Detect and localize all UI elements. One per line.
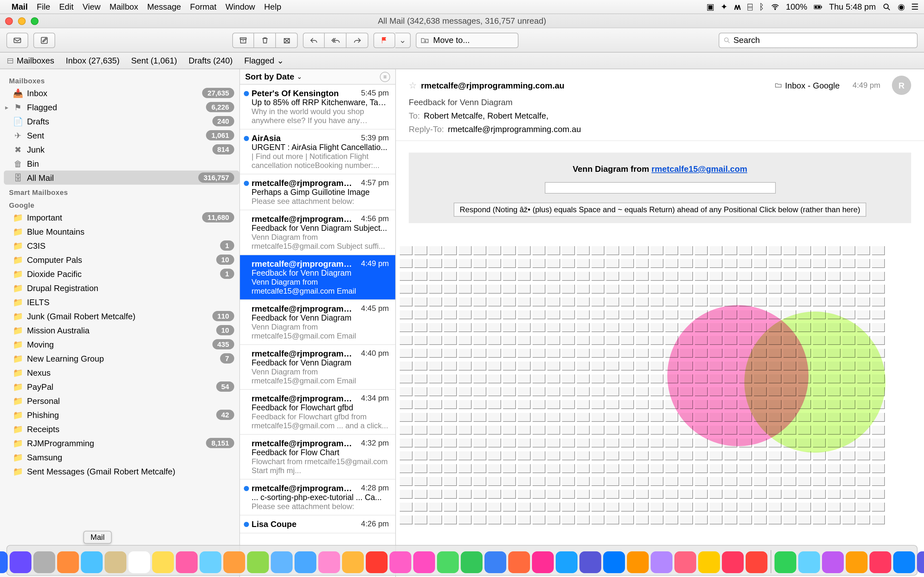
sidebar-item-junk[interactable]: ✖Junk814: [4, 142, 239, 156]
window-zoom-button[interactable]: [31, 17, 39, 25]
wifi-icon[interactable]: [771, 2, 780, 11]
junk-button[interactable]: [276, 32, 298, 48]
battery-percent[interactable]: 100%: [786, 2, 808, 11]
app-menu[interactable]: Mail: [11, 2, 28, 11]
compose-button[interactable]: [33, 32, 55, 48]
dock-app-icon[interactable]: [9, 551, 31, 573]
window-minimize-button[interactable]: [18, 17, 26, 25]
sidebar-item-flagged[interactable]: ▸⚑Flagged6,226: [4, 100, 239, 114]
airplay-icon[interactable]: ⌸: [748, 2, 753, 11]
sidebar-item-new-learning-group[interactable]: 📁New Learning Group7: [4, 351, 239, 366]
siri-icon[interactable]: ◉: [898, 2, 905, 11]
sidebar-item-c3is[interactable]: 📁C3IS1: [4, 239, 239, 253]
sidebar-item-phishing[interactable]: 📁Phishing42: [4, 408, 239, 422]
clock[interactable]: Thu 5:48 pm: [829, 2, 876, 11]
dock-app-icon[interactable]: [223, 551, 245, 573]
dock-app-icon[interactable]: [294, 551, 316, 573]
dock-app-icon[interactable]: [774, 551, 796, 573]
sidebar-item-paypal[interactable]: 📁PayPal54: [4, 380, 239, 394]
dock-app-icon[interactable]: [33, 551, 55, 573]
dock-app-icon[interactable]: [318, 551, 340, 573]
dock-app-icon[interactable]: [745, 551, 767, 573]
flag-button[interactable]: [373, 32, 395, 48]
menu-view[interactable]: View: [82, 2, 100, 11]
fav-inbox[interactable]: Inbox (27,635): [66, 56, 120, 65]
forward-button[interactable]: [347, 32, 368, 48]
filter-button[interactable]: ≡: [380, 71, 390, 82]
message-row[interactable]: rmetcalfe@rjmprogrammi...4:57 pmPerhaps …: [240, 174, 395, 210]
sidebar-item-important[interactable]: 📁Important11,680: [4, 210, 239, 224]
message-row[interactable]: rmetcalfe@rjmprogrammi...4:40 pmFeedback…: [240, 345, 395, 390]
dock-app-icon[interactable]: [199, 551, 221, 573]
dock-app-icon[interactable]: [460, 551, 482, 573]
dock-app-icon[interactable]: [627, 551, 648, 573]
delete-button[interactable]: [254, 32, 276, 48]
dock-app-icon[interactable]: [650, 551, 672, 573]
spotlight-icon[interactable]: [882, 2, 891, 11]
menu-extra-m-icon[interactable]: ʍ: [734, 2, 741, 11]
sidebar-item-inbox[interactable]: 📥Inbox27,635: [4, 86, 239, 100]
message-row[interactable]: Peter's Of Kensington5:45 pmUp to 85% of…: [240, 85, 395, 129]
sidebar-item-sent[interactable]: ✈Sent1,061: [4, 128, 239, 142]
message-row[interactable]: rmetcalfe@rjmprogrammi...4:45 pmFeedback…: [240, 300, 395, 345]
sort-header[interactable]: Sort by Date⌄ ≡: [240, 69, 395, 85]
dock-app-icon[interactable]: [365, 551, 387, 573]
dock-app-icon[interactable]: [822, 551, 843, 573]
sidebar-item-samsung[interactable]: 📁Samsung: [4, 450, 239, 464]
sidebar-item-nexus[interactable]: 📁Nexus: [4, 366, 239, 380]
dock-app-icon[interactable]: [270, 551, 292, 573]
bluetooth-icon[interactable]: ᛒ: [759, 2, 764, 11]
venn-grid[interactable]: [396, 243, 924, 526]
fav-drafts[interactable]: Drafts (240): [189, 56, 233, 65]
dock-app-icon[interactable]: [104, 551, 126, 573]
sidebar-item-receipts[interactable]: 📁Receipts: [4, 422, 239, 436]
dock-app-icon[interactable]: [0, 551, 7, 573]
facetime-icon[interactable]: ▣: [706, 2, 714, 11]
sidebar-item-drupal-registration[interactable]: 📁Drupal Registration: [4, 281, 239, 295]
sidebar-item-all-mail[interactable]: 🗄All Mail316,757: [4, 171, 239, 185]
dock-app-icon[interactable]: [152, 551, 174, 573]
dock-app-icon[interactable]: [57, 551, 79, 573]
fav-flagged[interactable]: Flagged ⌄: [244, 56, 284, 65]
menu-extra-icon[interactable]: ✦: [720, 2, 728, 11]
sidebar-item-blue-mountains[interactable]: 📁Blue Mountains: [4, 224, 239, 239]
message-row[interactable]: rmetcalfe@rjmprogrammi...4:34 pmFeedback…: [240, 390, 395, 435]
menu-help[interactable]: Help: [264, 2, 281, 11]
flag-menu-button[interactable]: ⌄: [395, 32, 411, 48]
menu-mailbox[interactable]: Mailbox: [110, 2, 138, 11]
dock-app-icon[interactable]: [81, 551, 102, 573]
window-close-button[interactable]: [5, 17, 13, 25]
star-icon[interactable]: ☆: [409, 80, 417, 90]
message-row[interactable]: rmetcalfe@rjmprogrammi...4:28 pm... c-so…: [240, 480, 395, 516]
dock-app-icon[interactable]: [176, 551, 197, 573]
sidebar-item-drafts[interactable]: 📄Drafts240: [4, 114, 239, 128]
sidebar-item-mission-australia[interactable]: 📁Mission Australia10: [4, 323, 239, 337]
respond-button[interactable]: Respond (Noting âž• (plus) equals Space …: [454, 203, 866, 217]
sidebar-item-moving[interactable]: 📁Moving435: [4, 337, 239, 351]
notification-center-icon[interactable]: ☰: [911, 2, 919, 11]
reader-location[interactable]: Inbox - Google: [775, 81, 840, 90]
archive-button[interactable]: [232, 32, 254, 48]
dock-app-icon[interactable]: [247, 551, 268, 573]
dock-app-icon[interactable]: [917, 551, 924, 573]
sidebar-item-rjmprogramming[interactable]: 📁RJMProgramming8,151: [4, 436, 239, 450]
move-to-field[interactable]: Move to...: [416, 32, 519, 48]
dock-app-icon[interactable]: [437, 551, 459, 573]
menu-message[interactable]: Message: [147, 2, 181, 11]
sidebar-item-ielts[interactable]: 📁IELTS: [4, 295, 239, 309]
dock-app-icon[interactable]: [845, 551, 867, 573]
dock-app-icon[interactable]: [698, 551, 720, 573]
message-row[interactable]: rmetcalfe@rjmprogrammi...4:32 pmFeedback…: [240, 435, 395, 480]
dock-app-icon[interactable]: [556, 551, 577, 573]
dock-app-icon[interactable]: [893, 551, 915, 573]
sidebar-item-personal[interactable]: 📁Personal: [4, 394, 239, 408]
fav-mailboxes[interactable]: Mailboxes: [6, 56, 54, 65]
body-input[interactable]: [544, 182, 775, 193]
search-field[interactable]: Search: [719, 32, 918, 48]
dock-app-icon[interactable]: [579, 551, 601, 573]
sidebar-item-junk-gmail-robert-metcalfe-[interactable]: 📁Junk (Gmail Robert Metcalfe)110: [4, 309, 239, 323]
menu-format[interactable]: Format: [190, 2, 216, 11]
sidebar-item-computer-pals[interactable]: 📁Computer Pals10: [4, 253, 239, 267]
dock-app-icon[interactable]: [603, 551, 625, 573]
message-row[interactable]: Lisa Coupe4:26 pm: [240, 516, 395, 533]
